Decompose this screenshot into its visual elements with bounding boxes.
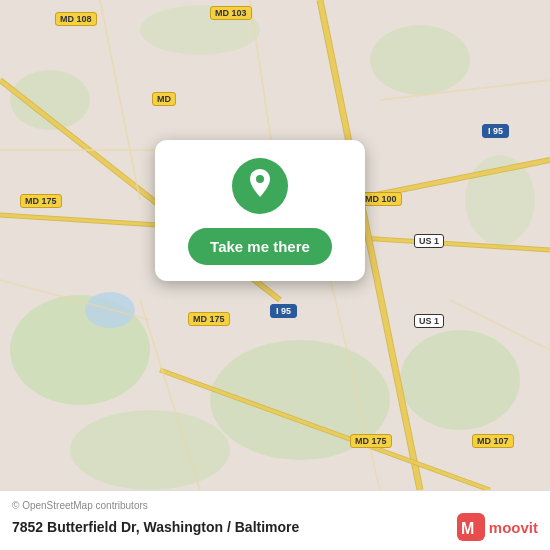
road-badge-md: MD xyxy=(152,92,176,106)
attribution: © OpenStreetMap contributors xyxy=(12,500,538,511)
road-badge-md103: MD 103 xyxy=(210,6,252,20)
svg-point-28 xyxy=(256,175,264,183)
moovit-text-label: moovit xyxy=(489,519,538,536)
road-badge-us1-bottom: US 1 xyxy=(414,314,444,328)
road-badge-i95-top: I 95 xyxy=(482,124,509,138)
road-badge-i95-center: I 95 xyxy=(270,304,297,318)
road-badge-md108: MD 108 xyxy=(55,12,97,26)
map-container: MD 108 MD 103 MD MD 175 MD 100 MD 175 MD… xyxy=(0,0,550,490)
road-badge-md175-right: MD 175 xyxy=(350,434,392,448)
road-badge-md175-left: MD 175 xyxy=(20,194,62,208)
moovit-logo: M moovit xyxy=(457,513,538,541)
pin-icon-container xyxy=(232,158,288,214)
road-badge-md100: MD 100 xyxy=(360,192,402,206)
location-card: Take me there xyxy=(155,140,365,281)
svg-point-3 xyxy=(400,330,520,430)
take-me-there-button[interactable]: Take me there xyxy=(188,228,332,265)
road-badge-md107: MD 107 xyxy=(472,434,514,448)
location-pin-icon xyxy=(245,169,275,203)
svg-text:M: M xyxy=(461,520,474,537)
svg-point-6 xyxy=(370,25,470,95)
road-badge-us1-top: US 1 xyxy=(414,234,444,248)
bottom-bar: © OpenStreetMap contributors 7852 Butter… xyxy=(0,490,550,550)
address-text: 7852 Butterfield Dr, Washington / Baltim… xyxy=(12,519,299,535)
bottom-row: 7852 Butterfield Dr, Washington / Baltim… xyxy=(12,513,538,541)
road-badge-md175-center: MD 175 xyxy=(188,312,230,326)
moovit-brand-icon: M xyxy=(457,513,485,541)
svg-point-4 xyxy=(70,410,230,490)
